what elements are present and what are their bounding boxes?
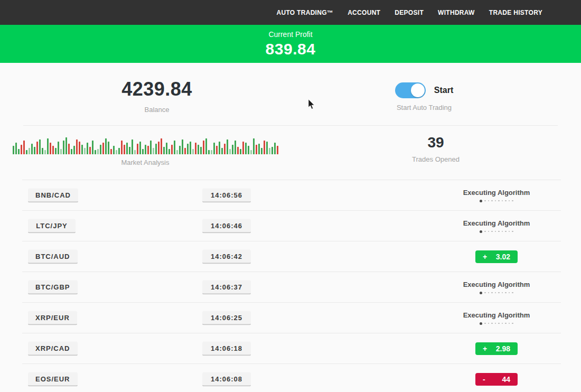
market-bar	[208, 150, 210, 154]
nav-item[interactable]: DEPOSIT	[395, 9, 424, 16]
market-bar	[63, 141, 64, 154]
market-bar	[13, 146, 14, 154]
market-bar	[155, 144, 157, 154]
market-bar	[205, 138, 207, 154]
auto-trading-toggle[interactable]	[395, 82, 426, 98]
market-bar	[256, 145, 257, 154]
progress-dot	[498, 231, 500, 232]
progress-dot	[505, 231, 507, 232]
progress-dot	[498, 200, 500, 202]
market-bar	[102, 143, 104, 154]
balance-block: 4239.84 Balance	[23, 63, 290, 125]
toggle-knob	[411, 83, 425, 97]
progress-dot	[488, 200, 490, 202]
executing-algorithm-label: Executing Algorithm	[463, 219, 530, 227]
market-analysis-block: Market Analysis	[0, 126, 290, 180]
market-bar	[213, 143, 215, 154]
trade-row: BTC/AUD 14:06:42 +3.02	[22, 241, 561, 272]
market-bar	[261, 148, 263, 154]
market-bar	[182, 139, 183, 154]
progress-dot	[480, 230, 482, 233]
trade-row: LTC/JPY 14:06:46 Executing Algorithm	[22, 210, 561, 241]
profit-label: Current Profit	[0, 30, 581, 39]
market-bar	[118, 148, 120, 154]
market-bar	[139, 142, 141, 154]
market-bar	[264, 141, 265, 154]
market-bar	[176, 150, 178, 154]
progress-dot	[495, 200, 496, 202]
market-bar	[81, 145, 83, 154]
market-bar	[134, 150, 136, 154]
market-bar	[184, 148, 186, 154]
executing-algorithm-label: Executing Algorithm	[463, 311, 530, 319]
profit-value: 839.84	[0, 40, 581, 58]
nav-item[interactable]: AUTO TRADING™	[276, 9, 333, 16]
market-bar	[190, 142, 191, 154]
trade-row: XRP/CAD 14:06:18 +2.98	[22, 333, 561, 363]
market-bar	[174, 141, 175, 154]
trade-time-chip: 14:06:25	[202, 311, 251, 325]
progress-dot	[502, 292, 503, 294]
result-sign: +	[483, 253, 487, 261]
trade-time-chip: 14:06:08	[202, 372, 251, 386]
market-bar	[187, 144, 189, 154]
market-bar	[245, 143, 247, 154]
top-navbar: AUTO TRADING™ACCOUNTDEPOSITWITHDRAWTRADE…	[0, 0, 581, 25]
market-bar	[29, 148, 30, 154]
nav-item[interactable]: TRADE HISTORY	[489, 9, 542, 16]
progress-dot	[512, 200, 513, 202]
market-bar	[47, 138, 49, 154]
market-bar	[124, 145, 125, 154]
market-bar	[113, 146, 115, 154]
market-bar	[161, 138, 162, 154]
trades-opened-block: 39 Trades Opened	[290, 126, 581, 180]
progress-dots	[480, 230, 513, 233]
progress-dot	[498, 292, 500, 294]
progress-dot	[488, 292, 490, 294]
market-bar	[147, 146, 149, 154]
market-bar	[153, 148, 154, 154]
market-bar	[36, 142, 38, 154]
market-bar	[237, 147, 239, 154]
market-bar	[235, 141, 236, 154]
trade-time-chip: 14:06:56	[202, 188, 251, 202]
trade-pair-chip: BTC/GBP	[28, 280, 78, 294]
executing-algorithm-label: Executing Algorithm	[463, 281, 530, 288]
progress-dot	[495, 323, 496, 324]
progress-dot	[488, 323, 490, 324]
market-bar	[271, 147, 273, 154]
trade-row: BTC/GBP 14:06:37 Executing Algorithm	[22, 272, 561, 302]
market-bar	[168, 149, 170, 154]
market-bar	[145, 145, 146, 154]
market-bar	[121, 141, 123, 154]
progress-dot	[484, 323, 486, 324]
market-bar	[229, 149, 231, 154]
market-bar	[116, 150, 117, 154]
balance-section: 4239.84 Balance Start Start Auto Trading	[23, 63, 558, 126]
market-bar	[108, 142, 109, 154]
market-bar	[44, 150, 46, 154]
market-bar	[195, 143, 196, 154]
balance-value: 4239.84	[121, 78, 192, 100]
market-bar	[150, 141, 152, 154]
trade-status: -44	[444, 364, 549, 392]
nav-item[interactable]: ACCOUNT	[348, 9, 380, 16]
trade-result-badge: +2.98	[475, 342, 518, 355]
progress-dot	[512, 231, 513, 232]
progress-dot	[505, 200, 507, 202]
progress-dot	[502, 231, 503, 232]
market-bar	[73, 146, 75, 154]
market-bar	[126, 143, 128, 154]
market-bar	[110, 149, 112, 154]
market-analysis-label: Market Analysis	[121, 158, 169, 166]
result-value: 2.98	[496, 344, 510, 353]
market-bar	[129, 147, 130, 154]
market-bar	[58, 142, 59, 154]
market-bar	[34, 147, 35, 154]
market-bar	[68, 144, 70, 154]
market-bar	[137, 144, 138, 154]
nav-item[interactable]: WITHDRAW	[438, 9, 475, 16]
market-bar	[216, 146, 218, 154]
result-value: 44	[502, 375, 510, 384]
market-section: Market Analysis 39 Trades Opened	[0, 126, 581, 180]
